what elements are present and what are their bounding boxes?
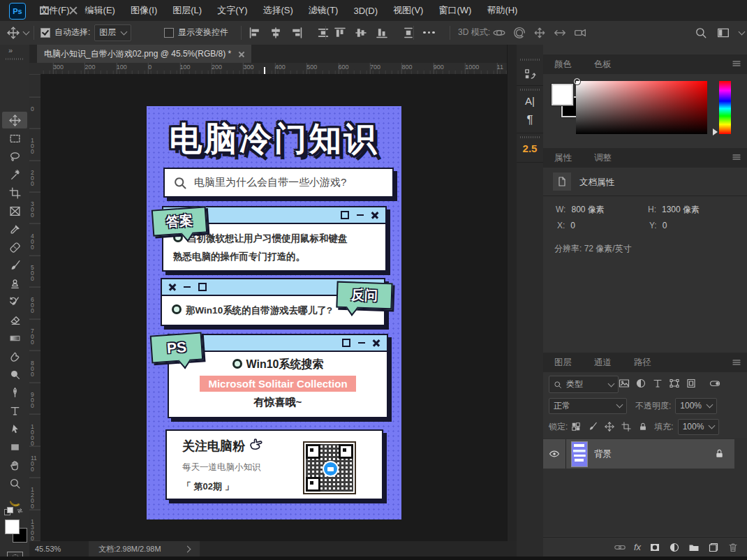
toolbar-grip[interactable] [6,58,24,60]
menu-item[interactable]: 编辑(E) [77,4,123,17]
close-tab-icon[interactable] [238,51,244,57]
tool-eraser[interactable] [2,311,27,328]
hue-slider-arrow[interactable] [713,128,718,135]
lock-transparent-pixels-icon[interactable] [571,422,581,432]
panel-menu-icon[interactable] [732,59,741,68]
ruler-corner[interactable] [29,63,41,75]
align-top-edges-icon[interactable] [334,27,346,39]
tool-frame[interactable] [2,202,27,219]
menu-item[interactable]: 窗口(W) [431,4,479,17]
canvas-scrollbar-track[interactable] [507,45,517,560]
new-adjustment-layer-icon[interactable] [669,542,680,553]
lock-all-icon[interactable] [638,422,648,432]
lock-position-icon[interactable] [605,422,614,432]
paragraph-panel-icon[interactable]: ¶ [517,113,543,127]
horizontal-ruler[interactable]: 3002001000100200300400500600700800900100… [40,63,507,75]
status-chevron-icon[interactable] [184,545,191,552]
character-panel-icon[interactable]: A| [517,95,543,107]
link-layers-icon[interactable] [614,542,626,553]
default-colors-icon[interactable] [4,507,25,515]
workspace-icon[interactable] [717,27,730,39]
color-picker-marker[interactable] [574,78,580,84]
menu-item[interactable]: 帮助(H) [479,4,525,17]
tool-type[interactable] [2,402,27,419]
3d-slide-icon[interactable] [554,27,566,39]
tool-path-selection[interactable] [2,420,27,437]
lock-artboard-icon[interactable] [621,422,631,432]
vertical-ruler[interactable]: 0100200300400500600700800900100011001200… [29,74,41,541]
layer-filter-dropdown[interactable]: 类型 [549,376,619,393]
panel-menu-icon[interactable] [732,358,741,367]
new-layer-icon[interactable] [708,542,719,553]
document-tab[interactable]: 电脑小知识_自带小游戏02.png @ 45.5%(RGB/8) * [37,45,251,63]
filter-toggle-icon[interactable] [709,378,722,390]
align-bottom-edges-icon[interactable] [376,27,388,39]
tool-spot-healing-brush[interactable] [2,239,27,256]
lock-image-pixels-icon[interactable] [588,422,598,432]
menu-item[interactable]: 滤镜(T) [301,4,346,17]
panel-tab[interactable]: 调整 [583,148,623,168]
panel-tab[interactable]: 颜色 [543,54,583,74]
version-panel-icon[interactable]: 2.5 [517,142,543,154]
panel-menu-icon[interactable] [732,152,741,162]
tool-smudge[interactable] [2,348,27,364]
tool-history-brush[interactable] [2,293,27,310]
blend-mode-dropdown[interactable]: 正常 [549,398,627,414]
align-vertical-centers-icon[interactable] [355,27,367,39]
3d-pan-icon[interactable] [533,27,546,39]
chevron-down-icon[interactable] [739,28,746,35]
tool-crop[interactable] [2,184,27,201]
layer-row-background[interactable]: 背景 [543,439,734,469]
tool-move[interactable] [2,112,27,128]
add-layer-mask-icon[interactable] [649,542,660,553]
panel-tab[interactable]: 色板 [583,54,623,74]
fill-dropdown[interactable]: 100% [678,419,720,435]
filter-shape-layers-icon[interactable] [669,378,681,390]
saturation-brightness-field[interactable] [576,81,707,134]
opacity-dropdown[interactable]: 100% [675,398,717,414]
menu-item[interactable]: 图像(I) [123,4,165,17]
search-icon[interactable] [695,27,707,39]
tool-pen[interactable] [2,384,27,401]
align-horizontal-centers-icon[interactable] [269,27,282,39]
layer-style-icon[interactable]: fx [634,542,641,552]
filter-type-layers-icon[interactable] [652,378,665,390]
show-transform-checkbox[interactable] [164,28,174,38]
tool-brush[interactable] [2,257,27,274]
tool-lasso[interactable] [2,148,27,165]
panel-tab[interactable]: 路径 [623,353,663,372]
chevron-down-icon[interactable] [23,28,30,35]
tool-hand[interactable] [2,457,27,473]
hue-slider[interactable] [719,81,731,134]
menu-item[interactable]: 选择(S) [255,4,300,17]
3d-roll-icon[interactable] [513,27,526,39]
auto-select-dropdown[interactable]: 图层 [94,24,131,41]
delete-layer-icon[interactable] [727,542,739,553]
foreground-color-swatch[interactable] [5,520,20,534]
filter-smart-objects-icon[interactable] [686,378,698,390]
more-align-options-button[interactable] [423,21,435,44]
tool-dodge[interactable] [2,366,27,383]
menu-item[interactable]: 文字(Y) [209,4,255,17]
tool-quick-selection[interactable] [2,166,27,183]
distribute-horizontal-icon[interactable] [317,27,330,39]
3d-camera-icon[interactable] [574,27,586,39]
panel-tab[interactable]: 属性 [543,148,583,168]
tool-zoom[interactable] [2,475,27,492]
toolbar-expand-icon[interactable]: » [8,46,12,54]
new-group-icon[interactable] [688,542,700,553]
tool-gradient[interactable] [2,330,27,346]
panel-tab[interactable]: 图层 [543,353,583,372]
menu-item[interactable]: 图层(L) [165,4,209,17]
tool-rectangular-marquee[interactable] [2,130,27,147]
version-history-panel-icon[interactable] [522,66,538,82]
zoom-level-field[interactable]: 45.53% [35,545,61,553]
3d-orbit-icon[interactable] [493,27,505,39]
auto-select-checkbox[interactable] [40,28,50,38]
tool-eyedropper[interactable] [2,221,27,237]
tool-rectangle[interactable] [2,439,27,455]
align-left-edges-icon[interactable] [249,27,261,39]
menu-item[interactable]: 视图(V) [385,4,431,17]
panel-tab[interactable]: 通道 [583,353,623,372]
foreground-color-swatch[interactable] [552,84,573,105]
